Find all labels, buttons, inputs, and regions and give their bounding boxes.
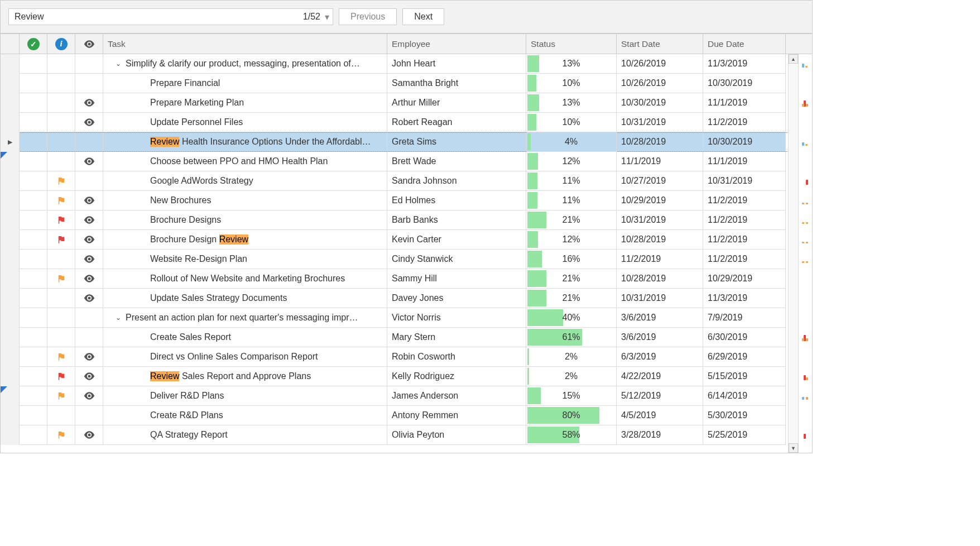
row-startdate-cell[interactable]: 10/26/2019 (617, 54, 703, 74)
grid-row[interactable]: Direct vs Online Sales Comparison Report… (1, 347, 812, 367)
row-watch-cell[interactable] (75, 93, 103, 113)
row-startdate-cell[interactable]: 10/30/2019 (617, 93, 703, 113)
row-startdate-cell[interactable]: 10/29/2019 (617, 191, 703, 210)
row-status-cell[interactable]: 11% (526, 191, 617, 210)
row-complete-cell[interactable] (20, 367, 47, 386)
row-status-cell[interactable]: 61% (526, 328, 617, 347)
row-flag-cell[interactable] (47, 406, 75, 425)
row-flag-cell[interactable] (47, 132, 75, 152)
row-watch-cell[interactable] (75, 328, 103, 347)
eye-icon[interactable] (84, 157, 95, 165)
row-duedate-cell[interactable]: 5/30/2019 (703, 406, 786, 425)
column-header-status[interactable]: Status (526, 34, 617, 54)
row-employee-cell[interactable]: Sandra Johnson (387, 171, 526, 191)
eye-icon[interactable] (84, 353, 95, 361)
row-watch-cell[interactable] (75, 152, 103, 171)
grid-row[interactable]: New Brochures Ed Holmes 11% 10/29/2019 1… (1, 191, 812, 210)
row-employee-cell[interactable]: Mary Stern (387, 328, 526, 347)
row-employee-cell[interactable]: Robin Cosworth (387, 347, 526, 367)
search-dropdown-icon[interactable]: ▾ (324, 12, 333, 22)
row-task-cell[interactable]: Review Health Insurance Options Under th… (103, 132, 387, 152)
row-complete-cell[interactable] (20, 289, 47, 308)
row-flag-cell[interactable] (47, 347, 75, 367)
grid-row[interactable]: Create Sales Report Mary Stern 61% 3/6/2… (1, 328, 812, 347)
row-task-cell[interactable]: Update Sales Strategy Documents (103, 289, 387, 308)
column-header-watch[interactable] (75, 34, 103, 54)
row-employee-cell[interactable]: Kevin Carter (387, 230, 526, 250)
row-employee-cell[interactable]: Samantha Bright (387, 74, 526, 93)
row-status-cell[interactable]: 4% (526, 132, 617, 152)
row-duedate-cell[interactable]: 11/3/2019 (703, 289, 786, 308)
row-duedate-cell[interactable]: 11/2/2019 (703, 191, 786, 210)
column-header-indicator[interactable] (1, 34, 20, 54)
row-employee-cell[interactable]: Cindy Stanwick (387, 250, 526, 269)
row-complete-cell[interactable] (20, 308, 47, 328)
grid-row[interactable]: Google AdWords Strategy Sandra Johnson 1… (1, 171, 812, 191)
eye-icon[interactable] (84, 255, 95, 263)
row-duedate-cell[interactable]: 10/29/2019 (703, 269, 786, 289)
column-header-employee[interactable]: Employee (387, 34, 526, 54)
search-next-button[interactable]: Next (402, 8, 444, 25)
row-employee-cell[interactable]: Brett Wade (387, 152, 526, 171)
grid-row[interactable]: ⌄ Simplify & clarify our product, messag… (1, 54, 812, 74)
flag-red-icon[interactable] (56, 371, 66, 381)
row-task-cell[interactable]: QA Strategy Report (103, 425, 387, 445)
row-flag-cell[interactable] (47, 152, 75, 171)
row-watch-cell[interactable] (75, 171, 103, 191)
row-status-cell[interactable]: 58% (526, 425, 617, 445)
eye-icon[interactable] (84, 294, 95, 302)
row-flag-cell[interactable] (47, 367, 75, 386)
row-startdate-cell[interactable]: 10/31/2019 (617, 210, 703, 230)
row-complete-cell[interactable] (20, 210, 47, 230)
row-employee-cell[interactable]: Arthur Miller (387, 93, 526, 113)
row-startdate-cell[interactable]: 10/27/2019 (617, 171, 703, 191)
row-flag-cell[interactable] (47, 386, 75, 406)
row-status-cell[interactable]: 13% (526, 93, 617, 113)
row-employee-cell[interactable]: James Anderson (387, 386, 526, 406)
row-complete-cell[interactable] (20, 250, 47, 269)
eye-icon[interactable] (84, 118, 95, 126)
grid-row[interactable]: Update Personnel Files Robert Reagan 10%… (1, 113, 812, 132)
row-duedate-cell[interactable]: 7/9/2019 (703, 308, 786, 328)
row-flag-cell[interactable] (47, 54, 75, 74)
row-employee-cell[interactable]: Kelly Rodriguez (387, 367, 526, 386)
row-duedate-cell[interactable]: 11/2/2019 (703, 230, 786, 250)
search-input[interactable] (9, 9, 303, 24)
row-task-cell[interactable]: Brochure Designs (103, 210, 387, 230)
row-watch-cell[interactable] (75, 308, 103, 328)
scroll-up-icon[interactable]: ▲ (789, 54, 798, 64)
row-task-cell[interactable]: Update Personnel Files (103, 113, 387, 132)
row-watch-cell[interactable] (75, 74, 103, 93)
grid-row[interactable]: QA Strategy Report Olivia Peyton 58% 3/2… (1, 425, 812, 445)
row-watch-cell[interactable] (75, 54, 103, 74)
grid-row[interactable]: Rollout of New Website and Marketing Bro… (1, 269, 812, 289)
row-watch-cell[interactable] (75, 289, 103, 308)
row-status-cell[interactable]: 16% (526, 250, 617, 269)
row-startdate-cell[interactable]: 5/12/2019 (617, 386, 703, 406)
row-status-cell[interactable]: 11% (526, 171, 617, 191)
row-employee-cell[interactable]: Robert Reagan (387, 113, 526, 132)
row-flag-cell[interactable] (47, 210, 75, 230)
eye-icon[interactable] (84, 216, 95, 224)
row-watch-cell[interactable] (75, 406, 103, 425)
row-task-cell[interactable]: ⌄ Present an action plan for next quarte… (103, 308, 387, 328)
row-complete-cell[interactable] (20, 191, 47, 210)
row-startdate-cell[interactable]: 11/1/2019 (617, 152, 703, 171)
flag-orange-icon[interactable] (56, 352, 66, 362)
row-task-cell[interactable]: ⌄ Simplify & clarify our product, messag… (103, 54, 387, 74)
row-startdate-cell[interactable]: 10/31/2019 (617, 113, 703, 132)
row-employee-cell[interactable]: John Heart (387, 54, 526, 74)
grid-row[interactable]: Prepare Financial Samantha Bright 10% 10… (1, 74, 812, 93)
vertical-scrollbar[interactable]: ▲ ▼ (788, 54, 798, 453)
row-flag-cell[interactable] (47, 113, 75, 132)
row-task-cell[interactable]: Create Sales Report (103, 328, 387, 347)
row-task-cell[interactable]: Direct vs Online Sales Comparison Report (103, 347, 387, 367)
row-startdate-cell[interactable]: 6/3/2019 (617, 347, 703, 367)
row-status-cell[interactable]: 12% (526, 152, 617, 171)
search-prev-button[interactable]: Previous (339, 8, 397, 25)
row-flag-cell[interactable] (47, 269, 75, 289)
row-status-cell[interactable]: 21% (526, 289, 617, 308)
row-status-cell[interactable]: 21% (526, 210, 617, 230)
search-box[interactable]: 1/52 ▾ (8, 8, 333, 25)
row-duedate-cell[interactable]: 10/30/2019 (703, 74, 786, 93)
